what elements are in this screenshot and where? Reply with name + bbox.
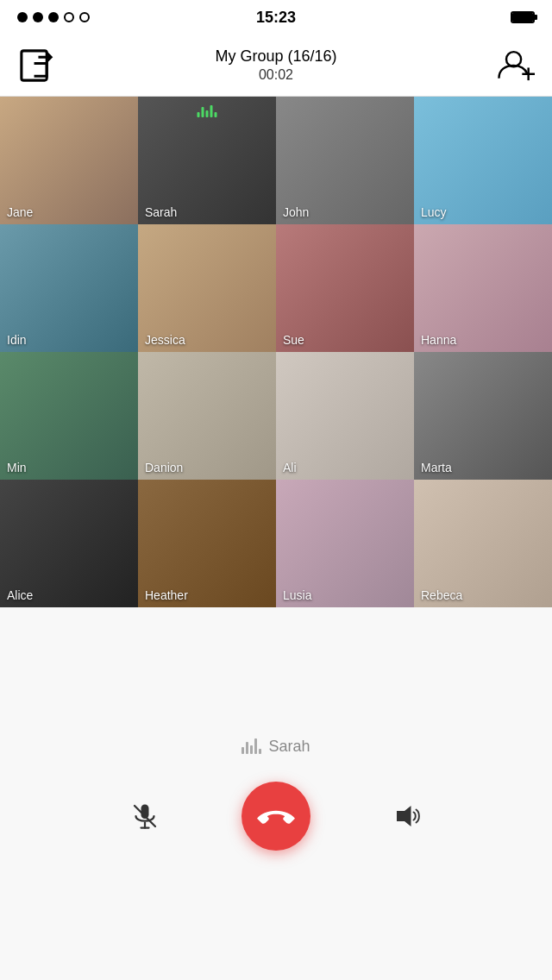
- speaking-bar: [210, 105, 213, 117]
- group-name: My Group (16/16): [215, 47, 336, 66]
- exit-icon: [17, 47, 55, 85]
- participant-cell-idin[interactable]: Idin: [0, 224, 138, 352]
- participant-cell-hanna[interactable]: Hanna: [414, 224, 552, 352]
- speaking-bars: [242, 738, 261, 754]
- signal-dot-3: [48, 12, 59, 22]
- speaking-name: Sarah: [268, 738, 310, 756]
- participant-cell-jane[interactable]: Jane: [0, 97, 138, 224]
- participant-name-danion: Danion: [145, 461, 183, 474]
- participant-name-lusia: Lusia: [283, 588, 311, 602]
- speaking-indicator: Sarah: [242, 738, 310, 756]
- bar-4: [254, 738, 257, 754]
- bar-3: [250, 745, 253, 754]
- speaking-bar: [202, 107, 204, 117]
- mute-button[interactable]: [117, 788, 172, 844]
- participant-cell-alice[interactable]: Alice: [0, 480, 138, 607]
- bottom-section: Sarah: [0, 607, 552, 980]
- speaker-button[interactable]: [380, 788, 435, 844]
- participant-name-marta: Marta: [421, 461, 452, 474]
- mute-icon: [129, 801, 160, 832]
- participant-name-john: John: [283, 205, 309, 219]
- speaking-bar: [215, 112, 217, 117]
- participant-cell-sue[interactable]: Sue: [276, 224, 414, 352]
- participant-cell-rebeca[interactable]: Rebeca: [414, 480, 552, 607]
- add-person-icon: [497, 47, 535, 85]
- call-header: My Group (16/16) 00:02: [0, 35, 552, 97]
- end-call-button[interactable]: [242, 782, 310, 851]
- participant-name-ali: Ali: [283, 461, 297, 474]
- battery-fill: [512, 13, 533, 22]
- participant-name-rebeca: Rebeca: [421, 588, 462, 602]
- speaker-icon: [392, 801, 423, 832]
- participant-name-idin: Idin: [7, 333, 27, 347]
- speaking-bar: [206, 110, 209, 117]
- bar-2: [246, 742, 248, 754]
- signal-dot-2: [33, 12, 43, 22]
- participants-grid: JaneSarahJohnLucyIdinJessicaSueHannaMinD…: [0, 97, 552, 607]
- participant-cell-marta[interactable]: Marta: [414, 352, 552, 480]
- participant-cell-lucy[interactable]: Lucy: [414, 97, 552, 224]
- participant-name-heather: Heather: [145, 588, 188, 602]
- participant-cell-min[interactable]: Min: [0, 352, 138, 480]
- signal-dot-1: [17, 12, 28, 22]
- participant-photo-ali: [276, 352, 414, 480]
- bar-5: [259, 749, 261, 754]
- bar-1: [242, 747, 244, 754]
- hangup-icon: [257, 797, 295, 835]
- signal-dot-5: [79, 12, 90, 22]
- participant-name-jane: Jane: [7, 205, 33, 219]
- participant-name-sue: Sue: [283, 333, 304, 347]
- status-time: 15:23: [256, 9, 296, 27]
- speaking-indicator-active: [198, 104, 217, 117]
- participant-cell-lusia[interactable]: Lusia: [276, 480, 414, 607]
- signal-strength: [17, 12, 90, 22]
- participant-name-sarah: Sarah: [145, 205, 177, 219]
- participant-name-lucy: Lucy: [421, 205, 447, 219]
- signal-dot-4: [64, 12, 74, 22]
- speaking-bar: [198, 112, 200, 117]
- participant-cell-john[interactable]: John: [276, 97, 414, 224]
- header-title: My Group (16/16) 00:02: [215, 47, 336, 83]
- participant-cell-sarah[interactable]: Sarah: [138, 97, 276, 224]
- participant-cell-ali[interactable]: Ali: [276, 352, 414, 480]
- svg-point-2: [506, 52, 521, 66]
- back-button[interactable]: [17, 47, 55, 85]
- participant-cell-heather[interactable]: Heather: [138, 480, 276, 607]
- call-controls: [117, 782, 435, 851]
- battery-indicator: [511, 11, 535, 23]
- participant-name-alice: Alice: [7, 588, 33, 602]
- participant-cell-jessica[interactable]: Jessica: [138, 224, 276, 352]
- battery-icon: [511, 11, 535, 23]
- participant-cell-danion[interactable]: Danion: [138, 352, 276, 480]
- svg-marker-9: [397, 806, 411, 826]
- participant-name-min: Min: [7, 461, 27, 474]
- add-person-button[interactable]: [497, 47, 535, 85]
- participant-name-jessica: Jessica: [145, 333, 185, 347]
- status-bar: 15:23: [0, 0, 552, 35]
- participant-name-hanna: Hanna: [421, 333, 456, 347]
- call-timer: 00:02: [215, 67, 336, 83]
